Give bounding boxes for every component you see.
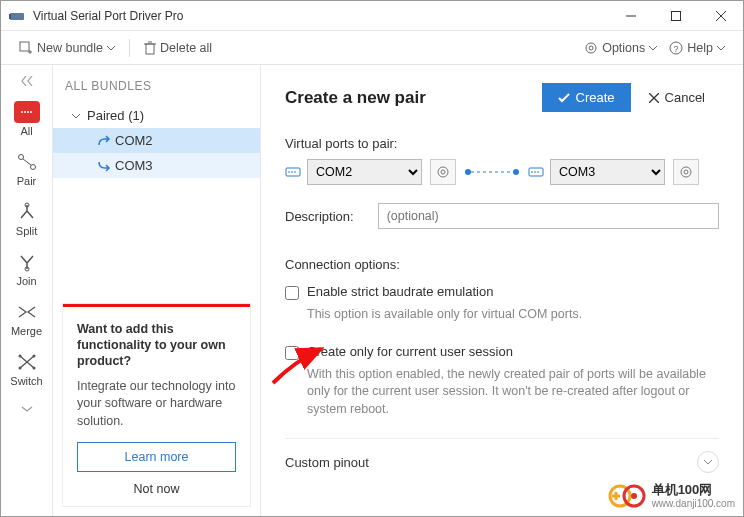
svg-rect-9 [146, 44, 154, 54]
promo-panel: Want to add this functionality to your o… [63, 304, 250, 506]
tree-port-com2[interactable]: COM2 [53, 128, 260, 153]
current-session-desc: With this option enabled, the newly crea… [307, 366, 719, 419]
delete-all-button[interactable]: Delete all [138, 37, 218, 59]
promo-title: Want to add this functionality to your o… [77, 321, 236, 370]
tree-group-label: Paired (1) [87, 108, 144, 123]
promo-desc: Integrate our technology into your softw… [77, 378, 236, 431]
port-icon [285, 165, 301, 179]
close-button[interactable] [698, 1, 743, 31]
sidebar-item-all[interactable]: All [1, 93, 52, 143]
svg-point-26 [32, 355, 35, 358]
svg-point-28 [32, 367, 35, 370]
sidebar-item-split[interactable]: Split [1, 193, 52, 243]
svg-point-37 [513, 169, 519, 175]
port-a-select-group: COM2 [285, 159, 422, 185]
maximize-button[interactable] [653, 1, 698, 31]
content-pane: Create a new pair Create Cancel Virtual … [261, 65, 743, 516]
sidebar-item-join[interactable]: Join [1, 243, 52, 293]
sidebar-item-label: All [20, 125, 32, 137]
svg-text:?: ? [674, 44, 679, 54]
custom-pinout-label: Custom pinout [285, 455, 369, 470]
port-in-icon [97, 160, 111, 172]
tree-port-label: COM3 [115, 158, 153, 173]
tree-port-label: COM2 [115, 133, 153, 148]
trash-icon [144, 41, 156, 55]
port-a-settings-button[interactable] [430, 159, 456, 185]
options-button[interactable]: Options [578, 37, 663, 59]
svg-point-43 [684, 170, 688, 174]
new-bundle-label: New bundle [37, 41, 103, 55]
chevron-down-icon [703, 457, 713, 467]
chevron-down-icon [649, 44, 657, 52]
custom-pinout-expand-button[interactable] [697, 451, 719, 473]
current-session-checkbox[interactable] [285, 346, 299, 360]
minimize-button[interactable] [608, 1, 653, 31]
bundle-tree: ALL BUNDLES Paired (1) COM2 COM3 Want to… [53, 65, 261, 516]
svg-point-25 [18, 355, 21, 358]
svg-point-20 [30, 111, 32, 113]
port-b-settings-button[interactable] [673, 159, 699, 185]
options-label: Options [602, 41, 645, 55]
sidebar-item-pair[interactable]: Pair [1, 143, 52, 193]
not-now-button[interactable]: Not now [77, 472, 236, 506]
sidebar-item-merge[interactable]: Merge [1, 293, 52, 343]
more-categories-button[interactable] [1, 397, 52, 421]
svg-point-35 [465, 169, 471, 175]
new-bundle-icon [19, 41, 33, 55]
cancel-button[interactable]: Cancel [635, 83, 719, 112]
new-bundle-button[interactable]: New bundle [13, 37, 121, 59]
separator [129, 39, 130, 57]
collapse-sidebar-button[interactable] [1, 69, 52, 93]
svg-point-34 [441, 170, 445, 174]
strict-baudrate-checkbox[interactable] [285, 286, 299, 300]
svg-point-33 [438, 167, 448, 177]
description-input[interactable] [378, 203, 719, 229]
chevron-down-icon [717, 44, 725, 52]
svg-rect-1 [9, 14, 11, 19]
virtual-ports-label: Virtual ports to pair: [285, 136, 719, 151]
svg-point-21 [18, 155, 23, 160]
page-title: Create a new pair [285, 88, 542, 108]
current-session-label: Create only for current user session [307, 344, 513, 359]
window-title: Virtual Serial Port Driver Pro [33, 9, 608, 23]
port-b-select[interactable]: COM3 [550, 159, 665, 185]
svg-point-27 [18, 367, 21, 370]
sidebar-item-label: Join [16, 275, 36, 287]
sidebar-item-switch[interactable]: Switch [1, 343, 52, 393]
sidebar-item-label: Split [16, 225, 37, 237]
gear-icon [584, 41, 598, 55]
svg-rect-38 [529, 168, 543, 176]
port-icon [528, 165, 544, 179]
port-b-select-group: COM3 [528, 159, 665, 185]
svg-point-17 [21, 111, 23, 113]
svg-point-13 [589, 46, 593, 50]
connection-options-label: Connection options: [285, 257, 719, 272]
strict-baudrate-desc: This option is available only for virtua… [307, 306, 719, 324]
learn-more-button[interactable]: Learn more [77, 442, 236, 472]
check-icon [558, 92, 570, 104]
titlebar: Virtual Serial Port Driver Pro [1, 1, 743, 31]
tree-port-com3[interactable]: COM3 [53, 153, 260, 178]
port-out-icon [97, 135, 111, 147]
svg-rect-3 [671, 11, 680, 20]
gear-icon [436, 165, 450, 179]
svg-point-18 [24, 111, 26, 113]
svg-point-22 [30, 165, 35, 170]
sidebar-item-label: Switch [10, 375, 42, 387]
port-a-select[interactable]: COM2 [307, 159, 422, 185]
strict-baudrate-label: Enable strict baudrate emulation [307, 284, 493, 299]
toolbar: New bundle Delete all Options ? Help [1, 31, 743, 65]
create-button[interactable]: Create [542, 83, 631, 112]
help-button[interactable]: ? Help [663, 37, 731, 59]
svg-rect-29 [286, 168, 300, 176]
svg-rect-0 [10, 13, 24, 20]
sidebar-item-label: Pair [17, 175, 37, 187]
category-sidebar: All Pair Split Join Merge Switch [1, 65, 53, 516]
svg-point-19 [27, 111, 29, 113]
app-icon [9, 10, 25, 22]
description-label: Description: [285, 209, 354, 224]
tree-group-paired[interactable]: Paired (1) [53, 103, 260, 128]
delete-all-label: Delete all [160, 41, 212, 55]
help-label: Help [687, 41, 713, 55]
sidebar-item-label: Merge [11, 325, 42, 337]
